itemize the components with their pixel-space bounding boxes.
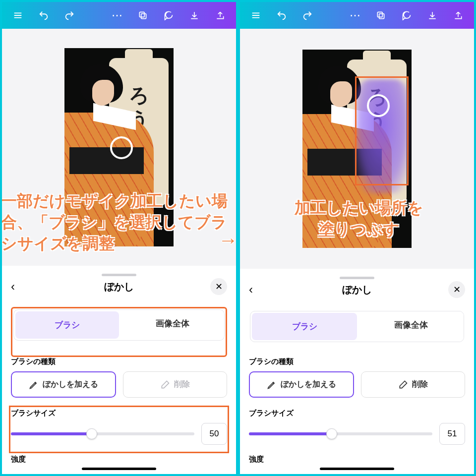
redo-icon[interactable] [296,3,319,27]
paint-highlight [355,76,409,185]
svg-rect-1 [139,12,144,17]
tool-add-label: ぼかしを加える [281,379,336,390]
annotation-right: 加工したい場所を 塗りつぶす [270,197,448,240]
back-button[interactable]: ‹ [249,283,266,297]
panel-title: ぼかし [104,280,134,294]
svg-rect-3 [377,12,382,17]
brush-size-slider[interactable]: 51 [249,423,465,445]
mode-tabs: ブラシ 画像全体 [250,311,464,342]
slider-fill [11,432,92,435]
download-icon[interactable] [182,3,206,27]
close-button[interactable]: ✕ [448,281,465,298]
slider-track[interactable] [249,432,432,435]
redo-icon[interactable] [58,3,81,27]
intensity-label: 強度 [11,455,227,464]
share-icon[interactable] [446,3,470,27]
canvas-area[interactable]: ろうそく 加工したい場所を 塗りつぶす [240,29,474,269]
tool-add-blur[interactable]: ぼかしを加える [249,371,354,398]
panel-title: ぼかし [342,283,372,297]
eraser-icon [160,380,170,390]
brush-size-value[interactable]: 50 [201,423,227,445]
comment-icon[interactable] [395,3,418,27]
screen-right: ⋯ ろうそく 加工したい場所を 塗りつぶす ‹ ぼかし ✕ [240,2,474,474]
brush-size-slider[interactable]: 50 [11,423,227,445]
annotation-left: 一部だけモザイク加工したい場合、「ブラシ」を選択してブラシサイズを調整 [2,190,233,255]
arrow-icon: → [218,229,236,251]
tab-brush[interactable]: ブラシ [252,313,357,340]
comment-icon[interactable] [157,3,180,27]
tab-whole-image[interactable]: 画像全体 [120,310,224,340]
pencil-icon [29,380,39,390]
menu-icon[interactable] [244,3,268,27]
undo-icon[interactable] [32,3,56,27]
app-toolbar: ⋯ [2,2,236,29]
download-icon[interactable] [420,3,444,27]
svg-rect-0 [141,13,146,18]
more-icon[interactable]: ⋯ [105,3,129,27]
brush-size-label: ブラシサイズ [249,409,465,418]
blur-panel: ‹ ぼかし ✕ ブラシ 画像全体 ブラシの種類 ぼかしを加える 削除 ブラシサイ… [240,269,474,474]
tool-erase-label: 削除 [412,379,428,390]
copy-icon[interactable] [131,3,155,27]
slider-track[interactable] [11,432,194,435]
mode-tabs: ブラシ 画像全体 [13,309,225,341]
brush-type-label: ブラシの種類 [11,357,227,366]
tool-add-label: ぼかしを加える [43,379,98,390]
blur-panel: ‹ ぼかし ✕ ブラシ 画像全体 ブラシの種類 ぼかしを加える 削除 ブラシサイ… [2,266,236,474]
tool-erase-label: 削除 [174,379,190,390]
panel-handle[interactable] [340,277,374,279]
brush-cursor [110,136,133,159]
back-button[interactable]: ‹ [11,280,28,294]
home-indicator [82,468,156,470]
tab-highlight: ブラシ 画像全体 [11,307,227,357]
tab-whole-image[interactable]: 画像全体 [358,311,464,342]
intensity-label: 強度 [249,455,465,464]
more-icon[interactable]: ⋯ [343,3,367,27]
tab-brush[interactable]: ブラシ [15,311,119,339]
brush-size-value[interactable]: 51 [439,423,465,445]
undo-icon[interactable] [270,3,294,27]
tool-add-blur[interactable]: ぼかしを加える [11,371,116,398]
menu-icon[interactable] [6,3,30,27]
brush-type-label: ブラシの種類 [249,357,465,366]
app-toolbar: ⋯ [240,2,474,29]
slider-thumb[interactable] [326,428,337,439]
tool-erase[interactable]: 削除 [123,371,227,398]
tool-erase[interactable]: 削除 [361,371,465,398]
svg-rect-2 [379,14,384,19]
slider-fill [249,432,332,435]
slider-thumb[interactable] [86,428,97,439]
screen-left: ⋯ ろうそく 一部だけモザイク加工したい場合、「ブラシ」を選択してブラシサイズを… [2,2,236,474]
copy-icon[interactable] [369,3,393,27]
share-icon[interactable] [208,3,232,27]
home-indicator [320,468,394,470]
canvas-area[interactable]: ろうそく 一部だけモザイク加工したい場合、「ブラシ」を選択してブラシサイズを調整… [2,29,236,266]
pencil-icon [267,380,277,390]
eraser-icon [398,380,408,390]
panel-handle[interactable] [102,274,136,276]
close-button[interactable]: ✕ [210,278,227,295]
